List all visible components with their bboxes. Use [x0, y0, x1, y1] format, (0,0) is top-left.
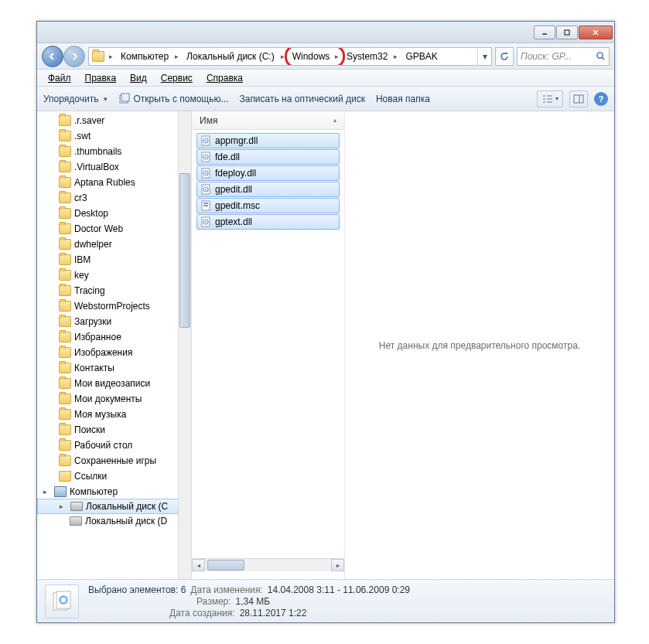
tree-item[interactable]: WebstormProjects: [37, 298, 191, 314]
svg-line-5: [602, 57, 604, 60]
folder-icon: [59, 394, 71, 404]
back-button[interactable]: [42, 46, 63, 67]
tree-item[interactable]: cr3: [37, 190, 191, 206]
file-row[interactable]: gpedit.msc: [196, 198, 340, 213]
tree-item[interactable]: Ссылки: [37, 469, 191, 484]
chevron-right-icon[interactable]: ▸: [278, 53, 288, 60]
breadcrumb-segment[interactable]: Локальный диск (C:): [182, 48, 278, 65]
tree-item-label: key: [74, 270, 89, 281]
folder-icon: [59, 193, 71, 203]
tree-item-label: Контакты: [74, 363, 114, 373]
folder-icon: [59, 208, 71, 219]
new-folder-button[interactable]: Новая папка: [376, 94, 430, 104]
preview-pane-button[interactable]: [569, 90, 588, 107]
help-button[interactable]: ?: [594, 92, 608, 106]
breadcrumb-segment[interactable]: GPBAK: [401, 48, 440, 65]
burn-button[interactable]: Записать на оптический диск: [239, 94, 365, 104]
file-row[interactable]: appmgr.dll: [196, 133, 340, 148]
horizontal-scrollbar[interactable]: ◂ ▸: [192, 558, 344, 571]
menu-help[interactable]: Справка: [200, 71, 249, 85]
computer-icon: [54, 486, 67, 497]
scroll-left-button[interactable]: ◂: [192, 559, 205, 571]
tree-item[interactable]: Загрузки: [37, 314, 191, 329]
scrollbar-thumb[interactable]: [179, 173, 190, 328]
breadcrumb-label: Windows: [292, 51, 330, 62]
scroll-right-button[interactable]: ▸: [331, 559, 344, 571]
tree-item[interactable]: Tracing: [37, 283, 191, 298]
folder-icon: [59, 455, 71, 466]
open-with-button[interactable]: Открыть с помощью...: [118, 93, 228, 105]
tree-item-computer[interactable]: ▸Компьютер: [37, 484, 191, 499]
tree-item[interactable]: Сохраненные игры: [37, 453, 191, 469]
dll-file-icon: [200, 135, 211, 146]
svg-rect-7: [121, 94, 129, 101]
tree-item-label: WebstormProjects: [74, 301, 150, 312]
navbar: ▸ Компьютер ▸ Локальный диск (C:) ▸ Wind…: [37, 43, 614, 70]
status-created-label: Дата создания:: [169, 608, 235, 618]
tree-item[interactable]: Контакты: [37, 360, 191, 376]
tree-item[interactable]: Поиски: [37, 422, 191, 438]
tree-item[interactable]: Мои документы: [37, 391, 191, 407]
organize-button[interactable]: Упорядочить: [43, 94, 108, 104]
file-name: fde.dll: [215, 152, 240, 162]
breadcrumb-dropdown[interactable]: ▾: [477, 48, 491, 65]
tree-item[interactable]: Aptana Rubles: [37, 175, 191, 190]
folder-icon: [59, 347, 71, 358]
chevron-right-icon[interactable]: ▸: [391, 53, 401, 60]
tree-item[interactable]: Desktop: [37, 206, 191, 221]
svg-rect-29: [203, 203, 208, 204]
file-row[interactable]: gpedit.dll: [196, 182, 340, 197]
navigation-pane[interactable]: .r.saver.swt.thumbnails.VirtualBoxAptana…: [37, 111, 192, 579]
tree-item[interactable]: .swt: [37, 128, 191, 144]
tree-item-label: .VirtualBox: [74, 162, 119, 172]
sidebar-scrollbar[interactable]: [178, 111, 191, 579]
tree-item[interactable]: Рабочий стол: [37, 438, 191, 453]
file-list[interactable]: Имя ▴ appmgr.dllfde.dllfdeploy.dllgpedit…: [192, 111, 345, 579]
details-pane: Выбрано элементов: 6 Дата изменения: 14.…: [37, 579, 614, 622]
tree-item[interactable]: key: [37, 267, 191, 283]
tree-item[interactable]: Мои видеозаписи: [37, 376, 191, 391]
tree-item[interactable]: Моя музыка: [37, 407, 191, 422]
breadcrumb-segment-windows[interactable]: Windows ▸: [288, 48, 342, 65]
menu-view[interactable]: Вид: [124, 71, 153, 85]
tree-item-drive[interactable]: ▸Локальный диск (C: [37, 499, 191, 514]
menu-edit[interactable]: Правка: [79, 71, 123, 85]
file-row[interactable]: gptext.dll: [196, 214, 340, 230]
svg-rect-30: [203, 205, 208, 206]
menu-tools[interactable]: Сервис: [155, 71, 199, 85]
tree-item[interactable]: Doctor Web: [37, 221, 191, 237]
column-header-name[interactable]: Имя ▴: [192, 111, 344, 130]
tree-item[interactable]: Избранное: [37, 329, 191, 345]
tree-item[interactable]: .VirtualBox: [37, 159, 191, 175]
folder-icon: [59, 177, 71, 188]
forward-button[interactable]: [63, 46, 85, 67]
view-mode-button[interactable]: ▾: [537, 90, 563, 107]
dll-file-icon: [200, 152, 211, 162]
address-bar[interactable]: ▸ Компьютер ▸ Локальный диск (C:) ▸ Wind…: [88, 47, 492, 66]
tree-item[interactable]: dwhelper: [37, 237, 191, 252]
breadcrumb-segment[interactable]: System32: [342, 48, 391, 65]
chevron-right-icon[interactable]: ▸: [106, 53, 116, 60]
tree-item-drive[interactable]: Локальный диск (D: [37, 513, 191, 529]
search-placeholder: Поиск: GP...: [521, 51, 572, 62]
tree-item-label: .r.saver: [74, 115, 104, 126]
maximize-button[interactable]: [556, 26, 578, 39]
file-row[interactable]: fdeploy.dll: [196, 165, 340, 181]
tree-item[interactable]: .r.saver: [37, 113, 191, 128]
tree-item[interactable]: .thumbnails: [37, 144, 191, 159]
breadcrumb-segment[interactable]: Компьютер: [116, 48, 172, 65]
titlebar[interactable]: [37, 22, 614, 43]
close-button[interactable]: [579, 26, 613, 39]
search-input[interactable]: Поиск: GP...: [517, 47, 610, 66]
refresh-button[interactable]: [495, 47, 514, 66]
tree-item[interactable]: Изображения: [37, 345, 191, 360]
minimize-button[interactable]: [534, 26, 555, 39]
folder-icon: [59, 301, 71, 312]
file-row[interactable]: fde.dll: [196, 149, 340, 165]
msc-file-icon: [200, 200, 211, 211]
chevron-right-icon[interactable]: ▸: [172, 53, 182, 60]
scrollbar-thumb[interactable]: [207, 560, 244, 571]
search-icon: [596, 51, 606, 61]
tree-item[interactable]: IBM: [37, 252, 191, 267]
menu-file[interactable]: Файл: [42, 71, 77, 85]
